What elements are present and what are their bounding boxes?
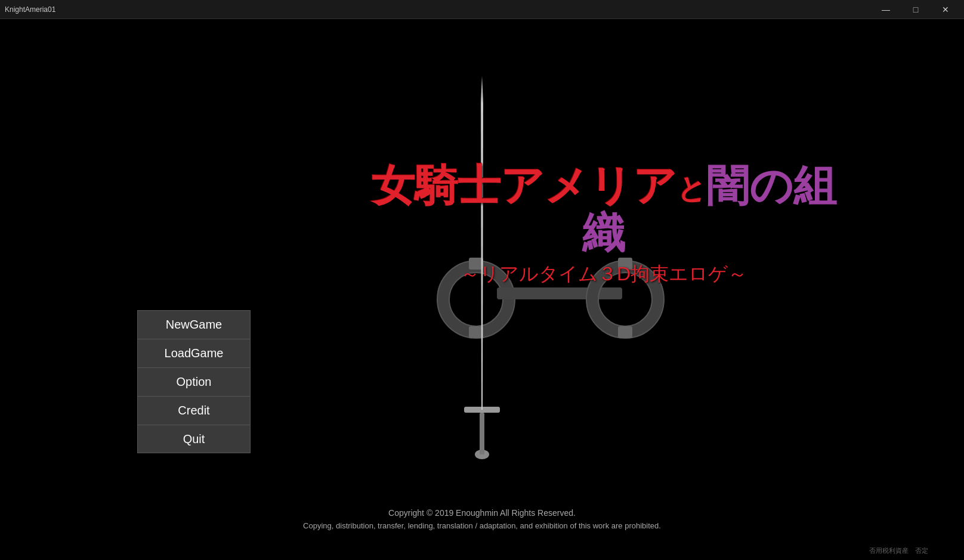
svg-rect-10	[497, 287, 622, 299]
close-button[interactable]: ✕	[932, 0, 959, 19]
svg-marker-5	[481, 76, 483, 103]
footer: Copyright © 2019 Enoughmin All Rights Re…	[0, 508, 964, 530]
load-game-button[interactable]: LoadGame	[137, 339, 251, 367]
svg-rect-1	[480, 413, 484, 454]
credit-button[interactable]: Credit	[137, 396, 251, 425]
main-menu: NewGame LoadGame Option Credit Quit	[137, 310, 251, 453]
new-game-button[interactable]: NewGame	[137, 310, 251, 339]
title-subtitle: ～リアルタイム３D拘束エロゲ～	[363, 261, 845, 287]
title-red-text: 女騎士アメリア	[372, 162, 677, 209]
svg-rect-14	[618, 326, 632, 338]
game-area: 女騎士アメリアと闇の組織 ～リアルタイム３D拘束エロゲ～ NewGame Loa…	[0, 19, 964, 560]
titlebar: KnightAmeria01 — □ ✕	[0, 0, 964, 19]
window-title: KnightAmeria01	[5, 5, 55, 14]
minimize-button[interactable]: —	[872, 0, 900, 19]
maximize-button[interactable]: □	[902, 0, 929, 19]
copyright-text: Copyright © 2019 Enoughmin All Rights Re…	[0, 508, 964, 518]
watermark: 否用税利資産 否定	[869, 546, 928, 555]
notice-text: Copying, distribution, transfer, lending…	[0, 521, 964, 530]
title-main-text: 女騎士アメリアと闇の組織	[363, 162, 845, 256]
title-connector: と	[677, 173, 706, 205]
window-controls: — □ ✕	[872, 0, 959, 19]
game-title-area: 女騎士アメリアと闇の組織 ～リアルタイム３D拘束エロゲ～	[363, 162, 845, 287]
option-button[interactable]: Option	[137, 367, 251, 396]
quit-button[interactable]: Quit	[137, 425, 251, 453]
